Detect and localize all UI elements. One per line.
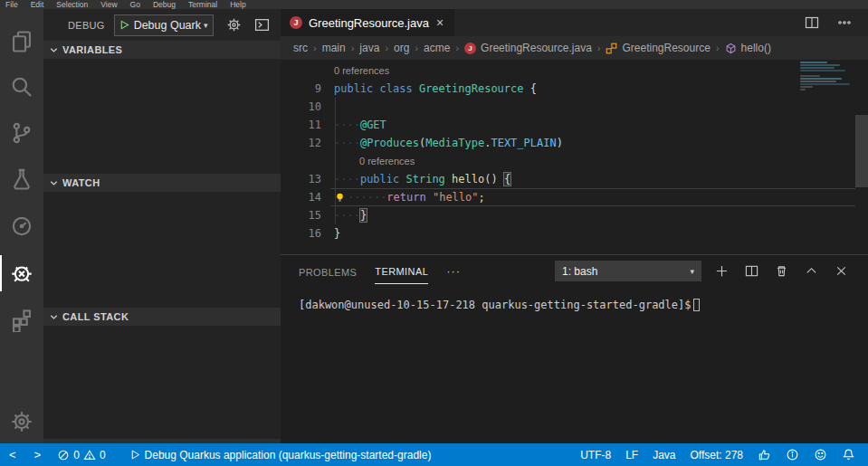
more-actions-icon[interactable]	[837, 15, 852, 30]
line-number: 15	[281, 209, 321, 222]
codelens-row[interactable]: 0 references	[281, 152, 868, 170]
activity-bar	[0, 9, 43, 443]
debug-launch-status[interactable]: Debug Quarkus application (quarkus-getti…	[122, 443, 439, 466]
source-control-icon[interactable]	[0, 111, 43, 155]
debug-icon[interactable]	[0, 252, 43, 295]
breadcrumb-separator: ›	[351, 43, 355, 53]
play-icon	[129, 449, 141, 461]
call-stack-section-body	[43, 326, 281, 439]
menu-item-file[interactable]: File	[5, 0, 18, 9]
line-number: 11	[281, 119, 321, 131]
terminal-instance-select[interactable]: 1: bash ▾	[555, 261, 701, 281]
configure-gear-icon[interactable]	[226, 17, 242, 33]
manage-gear-icon[interactable]	[0, 400, 43, 443]
feedback-smiley-icon[interactable]	[806, 443, 835, 466]
breadcrumb-item-org[interactable]: org	[394, 42, 409, 54]
kill-terminal-trash-icon[interactable]	[775, 264, 788, 278]
codelens-references[interactable]: 0 references	[359, 156, 415, 166]
navigate-back-button[interactable]: <	[0, 443, 25, 466]
code-line-13[interactable]: 13····public String hello() {	[281, 170, 868, 188]
menu-bar: FileEditSelectionViewGoDebugTerminalHelp	[0, 0, 868, 9]
code-line-16[interactable]: 16}	[281, 224, 868, 243]
breadcrumb-item-java[interactable]: java	[359, 42, 379, 54]
code-line-12[interactable]: 12····@Produces(MediaType.TEXT_PLAIN)	[281, 134, 868, 152]
maximize-panel-icon[interactable]	[805, 264, 818, 278]
code-line-11[interactable]: 11····@GET	[281, 116, 868, 134]
call-stack-section-header[interactable]: CALL STACK	[43, 308, 281, 326]
menu-item-edit[interactable]: Edit	[31, 0, 44, 9]
debug-toolbar: DEBUG Debug Quark ▾	[43, 9, 281, 41]
tab-problems[interactable]: PROBLEMS	[299, 259, 357, 284]
menu-item-go[interactable]: Go	[130, 0, 140, 9]
close-panel-icon[interactable]	[835, 264, 848, 278]
dropdown-caret-icon: ▾	[690, 267, 694, 276]
breadcrumb-separator: ›	[415, 43, 418, 53]
encoding-status[interactable]: UTF-8	[573, 443, 618, 466]
feedback-thumbsup-icon[interactable]	[750, 443, 778, 466]
split-terminal-icon[interactable]	[745, 264, 758, 278]
code-editor[interactable]: 0 references9public class GreetingResour…	[281, 60, 868, 254]
problems-status[interactable]: 0 0	[50, 443, 112, 466]
codelens-references[interactable]: 0 references	[334, 65, 389, 76]
bottom-panel: PROBLEMS TERMINAL ··· 1: bash ▾ [dakwon@…	[281, 254, 868, 443]
explorer-icon[interactable]	[0, 20, 43, 63]
menu-item-debug[interactable]: Debug	[153, 0, 176, 9]
tab-terminal[interactable]: TERMINAL	[375, 258, 428, 284]
warning-triangle-icon	[83, 449, 96, 461]
open-debug-console-icon[interactable]	[254, 17, 270, 33]
tab-close-icon[interactable]: ×	[436, 16, 444, 29]
error-circle-icon	[57, 449, 70, 461]
menu-item-view[interactable]: View	[100, 0, 117, 9]
gauge-icon[interactable]	[0, 204, 43, 248]
language-mode-status[interactable]: Java	[645, 443, 682, 466]
breadcrumb-item-hello-[interactable]: hello()	[725, 42, 771, 54]
code-line-9[interactable]: 9public class GreetingResource {	[281, 80, 868, 98]
code-line-14[interactable]: 14······return "hello";	[281, 188, 868, 206]
method-icon	[725, 43, 737, 54]
variables-section-header[interactable]: VARIABLES	[43, 41, 281, 59]
line-number: 13	[281, 173, 321, 185]
navigate-forward-button[interactable]: >	[25, 443, 51, 466]
variables-section-body	[43, 59, 281, 174]
lightbulb-icon[interactable]	[334, 192, 347, 204]
minimap[interactable]	[800, 62, 854, 105]
extensions-icon[interactable]	[0, 299, 43, 342]
menu-item-terminal[interactable]: Terminal	[188, 0, 217, 9]
eol-status[interactable]: LF	[618, 443, 645, 466]
watch-section-header[interactable]: WATCH	[43, 174, 281, 192]
breadcrumb-item-acme[interactable]: acme	[424, 42, 450, 54]
code-line-15[interactable]: 15····}	[281, 206, 868, 224]
start-debug-icon[interactable]	[119, 20, 129, 30]
chevron-down-icon	[49, 312, 59, 322]
new-terminal-icon[interactable]	[715, 264, 729, 278]
breadcrumb-item-greetingresource[interactable]: GreetingResource	[606, 42, 710, 54]
chevron-down-icon	[49, 45, 59, 55]
debug-configuration-dropdown[interactable]: Debug Quark ▾	[114, 14, 214, 36]
search-icon[interactable]	[0, 65, 43, 109]
debug-sidebar: DEBUG Debug Quark ▾ VARIABLES WATCH CALL…	[43, 9, 281, 443]
line-number: 9	[281, 82, 321, 95]
dropdown-caret-icon: ▾	[204, 21, 208, 30]
offset-status[interactable]: Offset: 278	[683, 443, 750, 466]
breadcrumb: src›main›java›org›acme›JGreetingResource…	[281, 36, 868, 60]
debug-view-title: DEBUG	[68, 20, 105, 31]
info-icon[interactable]	[778, 443, 806, 466]
code-line-10[interactable]: 10	[281, 98, 868, 116]
breadcrumb-item-src[interactable]: src	[293, 42, 308, 54]
editor-tab-bar: J GreetingResource.java ×	[281, 9, 868, 36]
menu-item-help[interactable]: Help	[230, 0, 245, 9]
menu-item-selection[interactable]: Selection	[56, 0, 88, 9]
panel-more-tabs-icon[interactable]: ···	[446, 264, 461, 278]
tab-greetingresource-java[interactable]: J GreetingResource.java ×	[281, 9, 454, 36]
chevron-down-icon	[49, 178, 59, 188]
terminal-output[interactable]: [dakwon@unused-10-15-17-218 quarkus-gett…	[299, 299, 700, 311]
error-count: 0	[73, 449, 80, 461]
breadcrumb-separator: ›	[385, 43, 388, 53]
testing-beaker-icon[interactable]	[0, 157, 43, 201]
codelens-row[interactable]: 0 references	[281, 62, 868, 80]
notifications-bell-icon[interactable]	[835, 443, 863, 466]
editor-scrollbar[interactable]	[855, 115, 868, 187]
split-editor-icon[interactable]	[805, 15, 819, 30]
breadcrumb-item-greetingresource-java[interactable]: JGreetingResource.java	[464, 42, 592, 54]
breadcrumb-item-main[interactable]: main	[322, 42, 346, 54]
